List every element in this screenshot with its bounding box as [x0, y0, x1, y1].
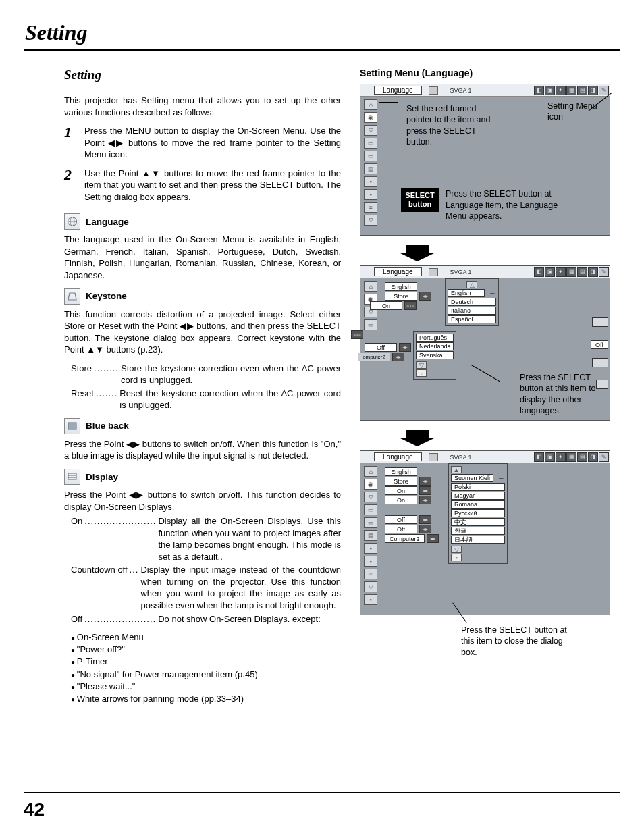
lr-icon: ◂▸ — [392, 353, 404, 361]
toolbar-icon: ◨ — [588, 86, 598, 95]
value-box: Off — [385, 525, 417, 533]
lang-item: Deutsch — [448, 298, 496, 306]
down-arrow-icon: ▽ — [364, 581, 377, 592]
down-arrow-icon — [400, 245, 434, 261]
language-header: Language — [64, 213, 341, 230]
step-2: 2 Use the Point ▲▼ buttons to move the r… — [64, 167, 341, 203]
def-term: Store — [71, 363, 92, 386]
callout-other-langs: Press the SELECT button at this item to … — [520, 372, 611, 416]
osd-mode: SVGA 1 — [450, 269, 472, 276]
header-label: Keystone — [86, 291, 127, 301]
blueback-icon — [64, 418, 80, 434]
toolbar-icon: ◨ — [588, 452, 598, 462]
value-box: Off — [385, 515, 417, 524]
osd-screenshot-2: Language SVGA 1 ◧ ▣ ✦ ▦ ▤ ◨ ✎ △ ◉ ▽ — [360, 265, 610, 421]
dots: ....... — [94, 388, 119, 411]
value-box: English — [385, 467, 417, 476]
toolbar-icon: ✦ — [556, 267, 566, 277]
value-box: Computer2 — [385, 534, 425, 543]
toolbar-icon: ▤ — [577, 452, 587, 462]
callout-close-dialog: Press the SELECT button at this item to … — [461, 625, 576, 658]
toolbar-icon: ▣ — [545, 452, 555, 462]
keystone-icon: ▽ — [364, 125, 377, 136]
osd-screenshot-1: Language SVGA 1 ◧ ▣ ✦ ▦ ▤ ◨ ✎ △ ◉ ▽ — [360, 84, 610, 236]
left-column: Setting This projector has Setting menu … — [64, 68, 341, 705]
value-box: omputer2 — [358, 353, 390, 361]
logo-icon: ▤ — [364, 530, 377, 541]
display-countdown-off: Countdown off ... Display the input imag… — [71, 564, 341, 611]
toolbar-icon: ▣ — [545, 267, 555, 277]
def-term: Off — [71, 613, 82, 625]
step-number: 1 — [64, 125, 76, 161]
language-popup: ▲ Suomen Kieli← Polski Magyar Romana Рус… — [448, 463, 508, 564]
value-box: Store — [385, 477, 417, 486]
dots: ....................... — [82, 515, 158, 563]
osd-mode: SVGA 1 — [450, 87, 472, 94]
lang-item: 한글 — [451, 527, 505, 535]
globe-icon — [64, 213, 80, 230]
osd-title-label: Language — [374, 452, 422, 461]
header-label: Language — [86, 217, 129, 227]
toolbar-icon: ✎ — [599, 86, 609, 95]
up-arrow-icon: △ — [364, 281, 377, 292]
lr-icon: ◅▻ — [351, 330, 363, 339]
close-icon: ▫ — [416, 369, 427, 377]
bottom-rule — [24, 792, 620, 793]
language-popup: △ English← Deutsch Italiano Español — [445, 278, 499, 326]
def-desc: Reset the keystone correction when the A… — [119, 388, 341, 411]
keystone-reset: Reset ....... Reset the keystone correct… — [71, 388, 341, 411]
toolbar-icon: ◧ — [534, 267, 544, 277]
callout-press-select: Press the SELECT button at Language item… — [446, 188, 564, 221]
lr-icon: ◂▸ — [427, 534, 439, 543]
close-icon: ▫ — [364, 594, 377, 605]
toolbar-icon: ◨ — [588, 267, 598, 277]
right-column: Setting Menu (Language) Language SVGA 1 … — [360, 68, 610, 705]
lang-item: English — [448, 289, 485, 297]
step-text: Use the Point ▲▼ buttons to move the red… — [84, 167, 341, 203]
display-text: Press the Point ◀▶ buttons to switch on/… — [64, 489, 341, 513]
dots: ... — [128, 564, 141, 611]
intro-text: This projector has Setting menu that all… — [64, 95, 341, 118]
pointer-arrow-icon: ← — [489, 289, 496, 297]
lang-item: Português — [416, 334, 454, 342]
down-arrow-icon: ▽ — [451, 546, 462, 553]
button-label: button — [408, 200, 431, 208]
display-header: Display — [64, 469, 341, 485]
value-box: Store — [385, 292, 417, 301]
toolbar-icon: ✦ — [556, 452, 566, 462]
language-popup: Português Nederlands Svenska ▽ ▫ — [413, 331, 456, 380]
select-button-graphic: SELECT button — [401, 188, 439, 211]
source-icon — [429, 268, 438, 276]
callout-menu-icon: Setting Menu icon — [547, 101, 608, 123]
def-desc: Do not show On-Screen Displays. except: — [158, 613, 341, 625]
globe-icon: ◉ — [364, 479, 377, 490]
source-icon — [429, 453, 438, 461]
rear-icon: ▪ — [364, 556, 377, 567]
lang-item: Español — [448, 315, 496, 323]
list-item: White arrows for panning mode (pp.33–34) — [71, 693, 341, 705]
blueback-icon: ▭ — [364, 504, 377, 515]
osd-mode: SVGA 1 — [450, 454, 472, 461]
lr-icon: ◂▸ — [419, 525, 431, 533]
up-arrow-icon: ▲ — [451, 466, 462, 473]
keystone-icon — [64, 288, 80, 305]
value-box: Off — [591, 340, 608, 349]
display-icon: ▭ — [364, 151, 377, 161]
keystone-icon: ▽ — [364, 492, 377, 502]
toolbar-icon: ▦ — [566, 452, 576, 462]
blueback-header: Blue back — [64, 418, 341, 434]
svg-rect-4 — [68, 423, 76, 429]
down-arrow-icon: ▽ — [364, 215, 377, 226]
source-icon — [429, 86, 438, 95]
toolbar-icon: ▤ — [577, 267, 587, 277]
display-on: On ....................... Display all t… — [71, 515, 341, 563]
toolbar-icon: ✎ — [599, 267, 609, 277]
lang-item: Svenska — [416, 351, 454, 359]
dots: ........ — [92, 363, 121, 386]
lr-icon: ◅▻ — [404, 301, 417, 310]
page-title: Setting — [24, 20, 620, 45]
lang-item: Italiano — [448, 307, 496, 315]
title-rule — [24, 49, 620, 51]
icon-box — [592, 317, 608, 327]
lr-icon: ◂▸ — [419, 515, 431, 524]
